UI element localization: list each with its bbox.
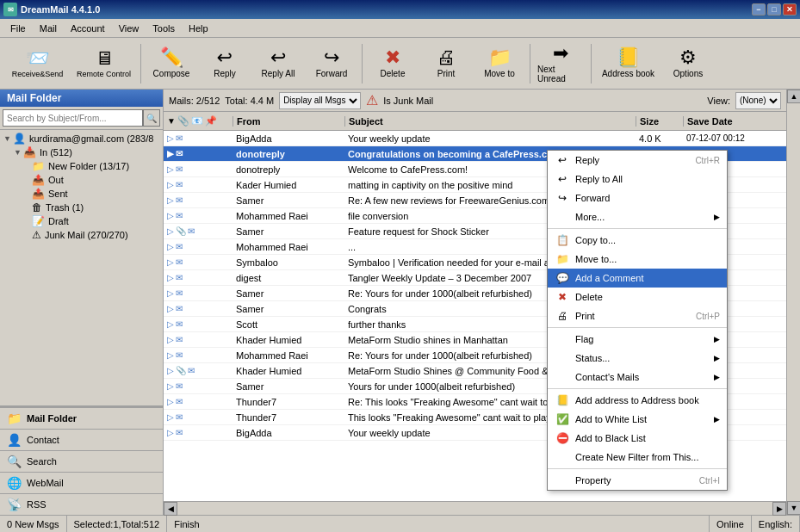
reply-all-button[interactable]: ↩ Reply All [252, 41, 304, 86]
vscroll-down[interactable]: ▼ [787, 501, 800, 515]
minimize-button[interactable]: − [752, 3, 766, 15]
folder-item-junk[interactable]: ▶ ⚠ Junk Mail (270/270) [22, 228, 161, 242]
ctx-reply[interactable]: ↪ Reply Ctrl+R [548, 151, 727, 170]
folder-item-account[interactable]: ▼ 👤 kurdirama@gmail.com (283/8 [2, 132, 161, 145]
nav-rss[interactable]: 📡 RSS [0, 493, 163, 515]
col-header-subject[interactable]: Subject [344, 116, 636, 127]
ctx-delete[interactable]: ✖ Delete [548, 288, 727, 306]
folder-item-sent[interactable]: ▶ 📤 Sent [22, 187, 161, 201]
menu-help[interactable]: Help [182, 22, 215, 35]
view-label: View: [707, 96, 730, 106]
ctx-add-address[interactable]: 📒 Add address to Address book [548, 391, 727, 410]
nav-rss-icon: 📡 [7, 498, 22, 511]
next-unread-button[interactable]: ➡ Next Unread [535, 41, 586, 86]
move-to-icon: 📁 [488, 48, 512, 67]
row-size: 4.0 K [636, 133, 683, 144]
ctx-more[interactable]: More... ▶ [548, 207, 727, 226]
compose-button[interactable]: ✏️ Compose [146, 41, 197, 86]
status-online-text: Online [716, 519, 744, 529]
delete-button[interactable]: ✖ Delete [367, 41, 419, 86]
folder-junk-icon: ⚠ [32, 229, 41, 241]
nav-contact[interactable]: 👤 Contact [0, 429, 163, 450]
row-from: Mohammed Raei [233, 211, 344, 221]
col-header-date[interactable]: Save Date [683, 116, 786, 127]
address-book-button[interactable]: 📒 Address book [596, 41, 660, 86]
move-to-button[interactable]: 📁 Move to [474, 41, 525, 86]
row-from: Mohammed Raei [233, 242, 344, 252]
table-row[interactable]: ▷✉ BigAdda Your weekly update 4.0 K 07-1… [164, 131, 786, 146]
nav-contact-icon: 👤 [7, 433, 22, 447]
toolbar-sep-4 [591, 44, 592, 84]
vscroll-up[interactable]: ▲ [787, 90, 800, 103]
ctx-add-comment[interactable]: 💬 Add a Comment [548, 269, 727, 288]
horizontal-scrollbar[interactable]: ◀ ▶ [164, 501, 786, 515]
menu-tools[interactable]: Tools [146, 22, 182, 35]
ctx-sep-4 [548, 468, 727, 469]
ctx-property[interactable]: Property Ctrl+I [548, 471, 727, 490]
folder-item-draft[interactable]: ▶ 📝 Draft [22, 214, 161, 228]
hscroll-track [177, 502, 772, 515]
col-header-from[interactable]: From [233, 116, 344, 127]
remote-control-button[interactable]: 🖥 Remote Control [71, 41, 136, 86]
row-icons: ▷✉ [164, 304, 233, 313]
reply-button[interactable]: ↪ Reply [199, 41, 251, 86]
view-select[interactable]: (None) [735, 92, 781, 109]
receive-send-button[interactable]: 📨 Receive&Send [5, 41, 70, 86]
hscroll-right[interactable]: ▶ [772, 502, 786, 516]
ctx-status[interactable]: Status... ▶ [548, 349, 727, 368]
options-button[interactable]: ⚙ Options [662, 41, 714, 86]
folder-item-inbox[interactable]: ▼ 📥 In (512) [12, 145, 161, 159]
ctx-whitelist-label: Add to White List [575, 414, 647, 424]
ctx-flag-arrow: ▶ [714, 335, 720, 343]
folder-item-new-folder[interactable]: ▶ 📁 New Folder (13/17) [22, 159, 161, 173]
vertical-scrollbar[interactable]: ▲ ▼ [786, 90, 800, 515]
ctx-flag[interactable]: Flag ▶ [548, 330, 727, 349]
row-icons: ▷✉ [164, 397, 233, 406]
folder-account-icon: 👤 [13, 133, 26, 145]
forward-button[interactable]: ↪ Forward [306, 41, 357, 86]
ctx-comment-icon: 💬 [555, 272, 570, 284]
right-panel: Mails: 2/512 Total: 4.4 M Display all Ms… [164, 90, 786, 515]
menu-mail[interactable]: Mail [33, 22, 64, 35]
col-header-size[interactable]: Size [636, 116, 683, 127]
ctx-print[interactable]: 🖨 Print Ctrl+P [548, 306, 727, 325]
reply-label: Reply [214, 69, 236, 78]
hscroll-left[interactable]: ◀ [164, 502, 177, 516]
row-icons: ▷✉ [164, 288, 233, 298]
search-input[interactable] [3, 109, 143, 127]
folder-item-out[interactable]: ▶ 📤 Out [22, 173, 161, 187]
search-submit-button[interactable]: 🔍 [143, 109, 160, 127]
print-button[interactable]: 🖨 Print [420, 41, 472, 86]
ctx-copy-icon: 📋 [555, 234, 570, 246]
row-from: Mohammed Raei [233, 350, 344, 361]
row-icons: ▷✉ [164, 335, 233, 344]
ctx-reply-all-icon: ↩ [555, 173, 570, 185]
menu-account[interactable]: Account [64, 22, 112, 35]
ctx-contacts-mails[interactable]: Contact's Mails ▶ [548, 368, 727, 387]
ctx-blacklist[interactable]: ⛔ Add to Black List [548, 429, 727, 448]
ctx-sep-3 [548, 388, 727, 389]
ctx-move-to[interactable]: 📁 Move to... [548, 250, 727, 269]
nav-mail-folder[interactable]: 📁 Mail Folder [0, 407, 163, 429]
col-header-icons[interactable]: ▼ 📎 📧 📌 [164, 115, 233, 127]
nav-search[interactable]: 🔍 Search [0, 450, 163, 472]
ctx-whitelist[interactable]: ✅ Add to White List ▶ [548, 410, 727, 429]
nav-webmail[interactable]: 🌐 WebMail [0, 472, 163, 493]
maximize-button[interactable]: □ [767, 3, 781, 15]
ctx-create-filter[interactable]: Create New Filter from This... [548, 448, 727, 467]
row-from: BigAdda [233, 428, 344, 438]
folder-draft-label: Draft [48, 216, 69, 226]
row-icons: ▷✉ [164, 350, 233, 360]
menu-file[interactable]: File [3, 22, 33, 35]
display-select[interactable]: Display all Msgs [279, 92, 361, 109]
move-to-label: Move to [484, 69, 515, 78]
ctx-reply-all[interactable]: ↩ Reply to All [548, 170, 727, 189]
ctx-forward[interactable]: ↪ Forward [548, 189, 727, 207]
ctx-copy-to[interactable]: 📋 Copy to... [548, 231, 727, 250]
nav-search-icon: 🔍 [7, 455, 22, 468]
status-language-text: English: [759, 519, 792, 529]
ctx-print-shortcut: Ctrl+P [696, 312, 720, 321]
close-button[interactable]: ✕ [783, 3, 797, 15]
menu-view[interactable]: View [112, 22, 146, 35]
folder-item-trash[interactable]: ▶ 🗑 Trash (1) [22, 201, 161, 214]
